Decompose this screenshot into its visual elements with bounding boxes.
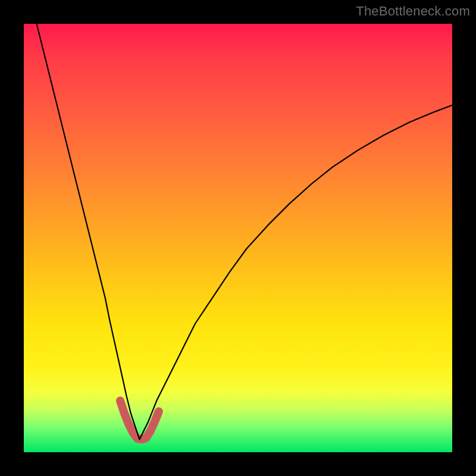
series-highlight-min (120, 401, 159, 440)
series-curve-right (139, 105, 452, 440)
series-curve-left (37, 24, 140, 439)
chart-svg (24, 24, 452, 452)
chart-frame: TheBottleneck.com (0, 0, 476, 476)
watermark-text: TheBottleneck.com (356, 4, 470, 19)
